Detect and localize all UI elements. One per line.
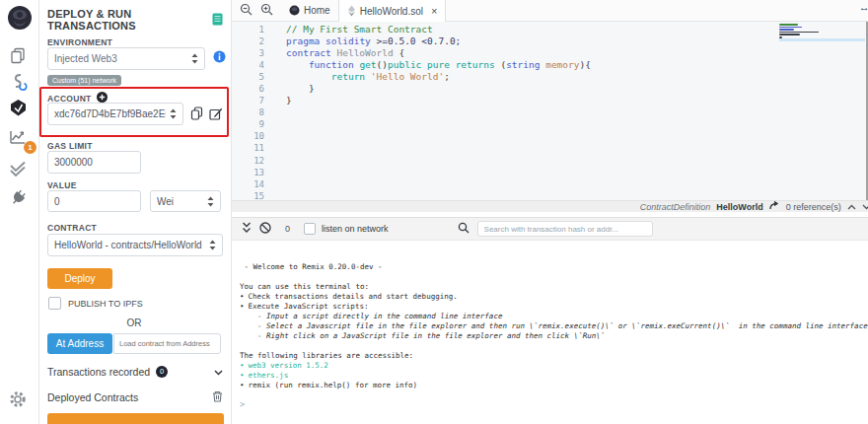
account-label: ACCOUNT: [47, 94, 92, 104]
contract-select[interactable]: HelloWorld - contracts/HelloWorld: [47, 234, 223, 256]
plugin-manager-icon[interactable]: [9, 188, 31, 210]
code-line[interactable]: [286, 106, 856, 118]
unit-testing-icon[interactable]: [9, 161, 31, 182]
code-line[interactable]: [286, 167, 856, 178]
gas-limit-label: GAS LIMIT: [47, 141, 223, 151]
copy-account-icon[interactable]: [190, 106, 203, 122]
documentation-icon[interactable]: [212, 13, 223, 28]
at-address-input[interactable]: [113, 333, 221, 354]
terminal-prompt[interactable]: >: [240, 399, 868, 409]
solidity-file-icon: [347, 5, 356, 17]
code-content[interactable]: // My First Smart Contractpragma solidit…: [286, 24, 856, 200]
deploy-run-icon[interactable]: [9, 99, 31, 120]
zoom-in-icon[interactable]: [260, 2, 273, 20]
editor-tabbar: Home HelloWorld.sol × ↔: [232, 0, 868, 22]
zoom-out-icon[interactable]: [240, 2, 253, 20]
terminal-line: - Right click on a JavaScript file in th…: [240, 331, 868, 341]
icon-rail: 1: [0, 0, 39, 424]
terminal-line: •remix (run remix.help() for more info): [240, 381, 868, 390]
code-line[interactable]: [286, 155, 856, 167]
code-line[interactable]: return 'Hello World';: [286, 71, 856, 83]
remix-home-icon: [289, 5, 300, 16]
symbol-name: HelloWorld: [716, 202, 762, 212]
previous-reference-icon[interactable]: [847, 202, 856, 212]
transactions-recorded-label: Transactions recorded: [47, 366, 150, 378]
value-input[interactable]: 0: [47, 190, 141, 212]
trash-icon[interactable]: [212, 390, 223, 404]
terminal-line: •Check transactions details and start de…: [240, 292, 868, 302]
close-tab-icon[interactable]: ×: [431, 5, 437, 17]
terminal-line: The following libraries are accessible:: [240, 351, 868, 361]
code-line[interactable]: [286, 190, 856, 200]
tab-home[interactable]: Home: [281, 0, 338, 21]
pending-transactions-count: 0: [285, 224, 290, 234]
terminal-output[interactable]: - Welcome to Remix 0.20.0-dev - You can …: [232, 241, 868, 424]
deploy-run-panel: DEPLOY & RUN TRANSACTIONS ENVIRONMENT In…: [39, 0, 232, 424]
references-count: 0 reference(s): [786, 202, 841, 212]
clear-console-icon[interactable]: [259, 220, 271, 238]
environment-info-icon[interactable]: [213, 50, 226, 65]
statistics-icon[interactable]: 1: [9, 128, 31, 150]
or-text: OR: [47, 318, 221, 328]
publish-to-ipfs-checkbox[interactable]: [48, 297, 61, 310]
transactions-count-badge: 0: [156, 366, 168, 378]
transactions-chevron-down-icon[interactable]: [214, 366, 223, 378]
environment-label: ENVIRONMENT: [47, 37, 223, 47]
symbol-type: ContractDefinition: [640, 202, 711, 212]
code-line[interactable]: function get()public pure returns (strin…: [286, 59, 856, 71]
deploy-button[interactable]: Deploy: [47, 268, 112, 289]
notification-toast[interactable]: [47, 413, 224, 424]
code-line[interactable]: pragma solidity >=0.5.0 <0.7.0;: [286, 35, 856, 47]
remix-logo[interactable]: [7, 5, 33, 31]
minimap-viewport: [779, 38, 865, 41]
terminal-line: You can use this terminal to:: [240, 282, 868, 292]
listen-on-network-checkbox[interactable]: [304, 223, 316, 235]
account-select[interactable]: xdc76d7D4bE7bf9Bae2E6: [47, 103, 183, 125]
statistics-badge: 1: [24, 141, 36, 154]
resize-horizontal-icon[interactable]: ↔: [859, 1, 868, 13]
code-editor[interactable]: 123456789101112131415 // My First Smart …: [232, 22, 868, 200]
code-line[interactable]: }: [286, 95, 856, 106]
main-area: Home HelloWorld.sol × ↔ 1234567891011121…: [232, 0, 868, 424]
goto-reference-icon[interactable]: [769, 201, 780, 212]
remix-ide-window: 1 DEPLOY & RUN TRANSACTIONS ENVIRONMENT …: [0, 0, 868, 424]
code-line[interactable]: [286, 142, 856, 154]
code-line[interactable]: [286, 118, 856, 130]
next-reference-icon[interactable]: [862, 202, 868, 212]
deployed-contracts-label: Deployed Contracts: [47, 391, 138, 403]
terminal-search-input[interactable]: [477, 221, 653, 237]
terminal-line: [240, 272, 868, 282]
at-address-button[interactable]: At Address: [47, 333, 112, 354]
settings-gear-icon[interactable]: [9, 390, 31, 412]
network-badge: Custom (51) network: [47, 75, 121, 86]
edit-account-icon[interactable]: [209, 106, 223, 122]
symbol-breadcrumb-bar: ContractDefinition HelloWorld 0 referenc…: [232, 200, 868, 212]
terminal-line: - Input a script directly in the command…: [240, 312, 868, 321]
tab-helloworld-sol[interactable]: HelloWorld.sol ×: [338, 0, 447, 22]
solidity-compiler-icon[interactable]: [9, 72, 31, 94]
terminal-line: [240, 341, 868, 351]
code-line[interactable]: [286, 130, 856, 142]
gas-limit-input[interactable]: 3000000: [47, 151, 141, 174]
terminal-toolbar: 0 listen on network: [232, 217, 868, 241]
environment-select[interactable]: Injected Web3: [47, 47, 205, 70]
line-numbers: 123456789101112131415: [232, 24, 278, 200]
listen-on-network-label: listen on network: [322, 224, 389, 234]
code-line[interactable]: }: [286, 83, 856, 95]
search-icon: [458, 220, 470, 238]
code-line[interactable]: [286, 178, 856, 190]
terminal-line: - Select a Javascript file in the file e…: [240, 321, 868, 331]
file-explorer-icon[interactable]: [9, 46, 31, 68]
publish-to-ipfs-label: PUBLISH TO IPFS: [68, 299, 143, 309]
terminal-line: - Welcome to Remix 0.20.0-dev -: [240, 262, 868, 272]
collapse-terminal-icon[interactable]: [242, 220, 252, 238]
terminal-line: •ethers.js: [240, 371, 868, 381]
contract-label: CONTRACT: [47, 223, 223, 233]
code-line[interactable]: contract HelloWorld {: [286, 47, 856, 59]
value-unit-select[interactable]: Wei: [150, 190, 221, 212]
value-label: VALUE: [47, 180, 223, 190]
panel-title: DEPLOY & RUN TRANSACTIONS: [47, 8, 212, 32]
code-line[interactable]: // My First Smart Contract: [286, 24, 856, 35]
terminal-line: •web3 version 1.5.2: [240, 361, 868, 371]
terminal-line: •Execute JavaScript scripts:: [240, 302, 868, 312]
